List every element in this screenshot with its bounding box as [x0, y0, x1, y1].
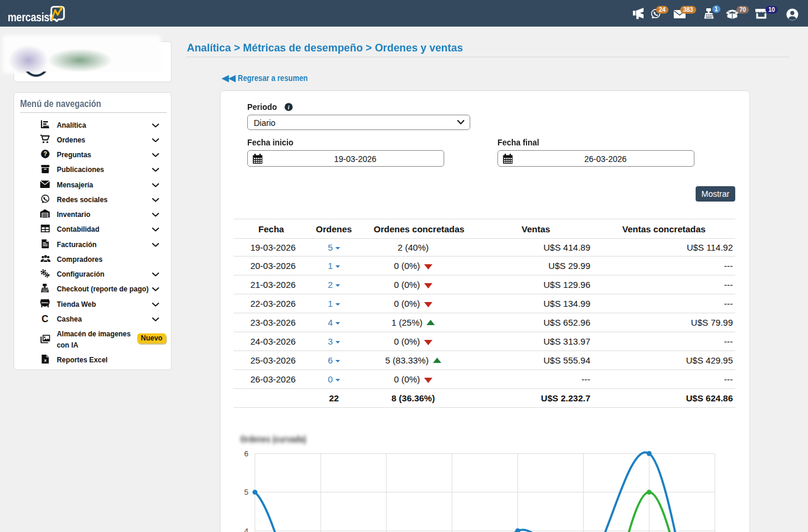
svg-text:?: ?: [43, 151, 47, 157]
svg-text:i: i: [288, 104, 290, 111]
